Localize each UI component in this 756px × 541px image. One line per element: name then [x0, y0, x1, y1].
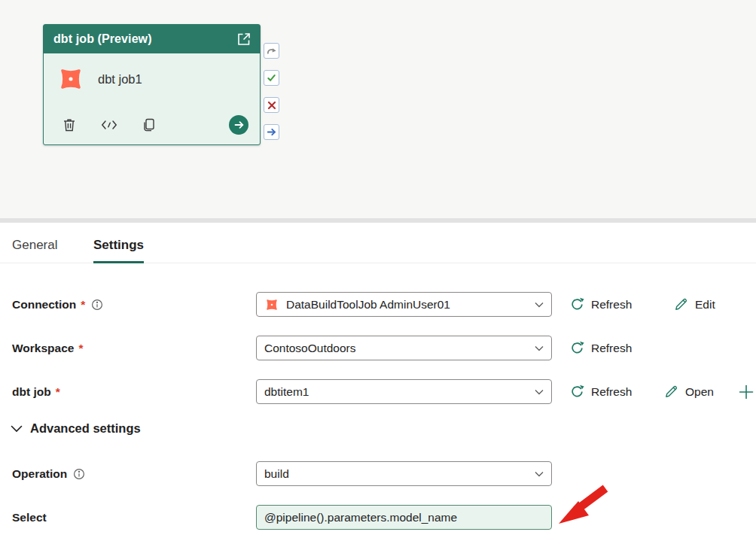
connection-label-text: Connection [12, 292, 76, 317]
connection-label: Connection * [12, 292, 103, 317]
tab-settings[interactable]: Settings [93, 230, 144, 263]
info-icon[interactable] [73, 468, 85, 480]
chevron-down-icon [535, 302, 544, 308]
connection-edit-button[interactable]: Edit [674, 292, 715, 317]
tab-general[interactable]: General [12, 230, 57, 263]
required-marker: * [81, 292, 85, 317]
edit-pencil-icon [664, 384, 678, 399]
tab-bar: General Settings [0, 223, 756, 263]
open-label: Open [685, 385, 714, 399]
operation-label-text: Operation [12, 461, 67, 486]
dbt-logo-icon [56, 65, 85, 93]
activity-name: dbt job1 [98, 72, 142, 87]
skip-port[interactable] [264, 43, 279, 59]
select-label: Select [12, 505, 47, 530]
delete-icon[interactable] [62, 117, 77, 132]
activity-card-title: dbt job (Preview) [53, 32, 152, 46]
operation-dropdown[interactable]: build [256, 461, 552, 486]
edit-label: Edit [695, 298, 715, 312]
chevron-down-icon [11, 425, 23, 433]
code-icon[interactable] [101, 118, 117, 132]
plus-icon [739, 384, 754, 400]
workspace-refresh-button[interactable]: Refresh [570, 336, 632, 360]
activity-card-main: dbt job1 [44, 53, 260, 93]
go-arrow-icon[interactable] [229, 115, 248, 135]
workspace-dropdown[interactable]: ContosoOutdoors [256, 336, 552, 360]
chevron-down-icon [535, 471, 544, 477]
completion-arrow-icon [267, 127, 277, 137]
success-port[interactable] [264, 70, 279, 86]
workspace-value: ContosoOutdoors [264, 342, 356, 355]
dbt-job-open-button[interactable]: Open [664, 379, 714, 404]
pipeline-canvas[interactable]: dbt job (Preview) [0, 0, 756, 218]
required-marker: * [78, 336, 83, 360]
completion-port[interactable] [264, 124, 279, 140]
dbt-job-value: dbtitem1 [264, 385, 309, 399]
refresh-icon [570, 297, 584, 312]
connection-refresh-button[interactable]: Refresh [570, 292, 632, 317]
refresh-label: Refresh [591, 342, 632, 355]
edit-pencil-icon [674, 297, 688, 312]
copy-icon[interactable] [142, 117, 157, 132]
refresh-icon [570, 341, 584, 355]
chevron-down-icon [535, 389, 544, 395]
advanced-settings-toggle[interactable]: Advanced settings [11, 421, 141, 436]
operation-value: build [264, 467, 289, 481]
success-check-icon [267, 73, 276, 83]
workspace-label-text: Workspace [12, 336, 74, 360]
activity-card-body: dbt job1 [44, 53, 260, 144]
refresh-label: Refresh [591, 385, 632, 399]
refresh-label: Refresh [591, 298, 632, 312]
required-marker: * [56, 379, 60, 404]
dbt-job-dropdown[interactable]: dbtitem1 [256, 379, 552, 404]
failure-x-icon [267, 101, 276, 110]
workspace-label: Workspace * [12, 336, 83, 360]
skip-arrow-icon [267, 46, 277, 56]
dbt-connection-logo-icon [264, 297, 279, 312]
dbt-job-new-button[interactable] [739, 379, 754, 404]
failure-port[interactable] [264, 97, 279, 113]
dbt-job-label: dbt job * [12, 379, 60, 404]
activity-card-header: dbt job (Preview) [44, 25, 260, 53]
refresh-icon [570, 384, 584, 399]
select-expression-input[interactable] [256, 505, 552, 530]
dbt-job-activity-card[interactable]: dbt job (Preview) [43, 24, 261, 145]
dbt-job-refresh-button[interactable]: Refresh [570, 379, 632, 404]
chevron-down-icon [535, 345, 544, 351]
activity-settings-panel: General Settings Connection * DataBuildT… [0, 223, 756, 541]
connection-value: DataBuildToolJob AdminUser01 [286, 298, 450, 312]
info-icon[interactable] [91, 299, 103, 311]
dbt-job-label-text: dbt job [12, 379, 51, 404]
advanced-settings-label: Advanced settings [30, 421, 141, 436]
red-arrow-annotation [556, 483, 610, 527]
connection-dropdown[interactable]: DataBuildToolJob AdminUser01 [256, 292, 552, 317]
open-in-new-icon[interactable] [236, 31, 252, 47]
activity-toolbar [44, 115, 260, 144]
operation-label: Operation [12, 461, 85, 486]
select-label-text: Select [12, 505, 47, 530]
